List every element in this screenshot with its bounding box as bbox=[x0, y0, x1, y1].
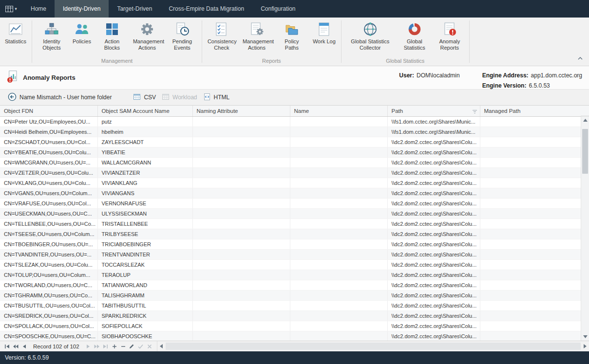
cell-naming[interactable] bbox=[192, 259, 290, 270]
cell-fdn[interactable]: CN=TVANDINTER,OU=users,OU=... bbox=[0, 249, 97, 259]
cell-naming[interactable] bbox=[192, 157, 290, 167]
table-row[interactable]: CN=TGHRAMM,OU=users,OU=Co...TALISHGHRAMM… bbox=[0, 290, 581, 300]
cell-fdn[interactable]: CN=TSEESE,OU=users,OU=Colum... bbox=[0, 229, 97, 239]
cell-path[interactable]: \\dc2.dom2.cctec.org\Shares\Colu... bbox=[387, 229, 480, 239]
cancel-edit-button[interactable] bbox=[145, 343, 154, 350]
cell-name[interactable] bbox=[290, 259, 387, 270]
cell-sam[interactable]: TERAOLUP bbox=[97, 270, 192, 280]
cell-managed[interactable] bbox=[480, 157, 581, 167]
table-row[interactable]: CN=SREDRICK,OU=users,OU=Col...SPARKLREDR… bbox=[0, 310, 581, 321]
cell-managed[interactable] bbox=[480, 147, 581, 157]
table-row[interactable]: CN=SPOOSCHKE,OU=users,OU=C...SIOBHAPOOSC… bbox=[0, 331, 581, 341]
cell-naming[interactable] bbox=[192, 229, 290, 239]
cell-sam[interactable]: hbelheim bbox=[97, 127, 192, 137]
column-header-name[interactable]: Name bbox=[290, 106, 387, 116]
cell-managed[interactable] bbox=[480, 310, 581, 321]
column-header-object-fdn[interactable]: Object FDN bbox=[0, 106, 97, 116]
cell-managed[interactable] bbox=[480, 249, 581, 259]
ribbon-button-work-log[interactable]: Work Log bbox=[309, 18, 339, 46]
scroll-left-button[interactable] bbox=[157, 341, 166, 351]
cell-path[interactable]: \\dc2.dom2.cctec.org\Shares\Colu... bbox=[387, 321, 480, 331]
cell-fdn[interactable]: CN=TOLUP,OU=users,OU=Colum... bbox=[0, 270, 97, 280]
cell-fdn[interactable]: CN=SPOOSCHKE,OU=users,OU=C... bbox=[0, 331, 97, 341]
cell-fdn[interactable]: CN=TSLEZAK,OU=users,OU=Colu... bbox=[0, 259, 97, 270]
table-row[interactable]: CN=Heidi Belheim,OU=Employees...hbelheim… bbox=[0, 127, 581, 137]
cell-name[interactable] bbox=[290, 147, 387, 157]
filter-icon[interactable] bbox=[472, 109, 477, 115]
cell-name[interactable] bbox=[290, 116, 387, 127]
cell-fdn[interactable]: CN=YBEATIE,OU=users,OU=Colu... bbox=[0, 147, 97, 157]
cell-managed[interactable] bbox=[480, 280, 581, 290]
cell-path[interactable]: \\fs1.dom.cctec.org\Shares\Munic... bbox=[387, 116, 480, 127]
export-workload-button[interactable]: Workload bbox=[159, 91, 200, 104]
column-header-object-sam-account-name[interactable]: Object SAM Account Name bbox=[97, 106, 192, 116]
cell-fdn[interactable]: CN=ZSCHADT,OU=users,OU=Col... bbox=[0, 137, 97, 147]
ribbon-button-policy-paths[interactable]: Policy Paths bbox=[274, 18, 309, 52]
cell-naming[interactable] bbox=[192, 208, 290, 218]
ribbon-button-pending-events[interactable]: Pending Events bbox=[165, 18, 200, 52]
ribbon-collapse-button[interactable] bbox=[576, 55, 584, 62]
last-record-button[interactable] bbox=[101, 343, 110, 350]
cell-fdn[interactable]: CN=WMCGRANN,OU=users,OU=... bbox=[0, 157, 97, 167]
cell-name[interactable] bbox=[290, 127, 387, 137]
cell-path[interactable]: \\dc2.dom2.cctec.org\Shares\Colu... bbox=[387, 188, 480, 198]
vertical-scroll-track[interactable] bbox=[581, 124, 589, 333]
vertical-scroll-thumb[interactable] bbox=[582, 129, 588, 174]
horizontal-scroll-track[interactable] bbox=[166, 341, 581, 351]
cell-naming[interactable] bbox=[192, 178, 290, 188]
tab-configuration[interactable]: Configuration bbox=[252, 0, 304, 18]
cell-sam[interactable]: TRISTAELLENBEE bbox=[97, 218, 192, 229]
cell-fdn[interactable]: CN=Heidi Belheim,OU=Employees... bbox=[0, 127, 97, 137]
cell-path[interactable]: \\dc2.dom2.cctec.org\Shares\Colu... bbox=[387, 239, 480, 249]
cell-path[interactable]: \\dc2.dom2.cctec.org\Shares\Colu... bbox=[387, 270, 480, 280]
table-row[interactable]: CN=TOLUP,OU=users,OU=Colum...TERAOLUP\\d… bbox=[0, 270, 581, 280]
cell-naming[interactable] bbox=[192, 116, 290, 127]
cell-fdn[interactable]: CN=VZETZER,OU=users,OU=Colu... bbox=[0, 167, 97, 178]
cell-managed[interactable] bbox=[480, 188, 581, 198]
table-row[interactable]: CN=WMCGRANN,OU=users,OU=...WALLACMCGRANN… bbox=[0, 157, 581, 167]
back-button[interactable]: Name Mismatch - User home folder bbox=[5, 91, 129, 105]
cell-sam[interactable]: putz bbox=[97, 116, 192, 127]
table-row[interactable]: CN=SPOLLACK,OU=users,OU=Col...SOFIEPOLLA… bbox=[0, 321, 581, 331]
cell-managed[interactable] bbox=[480, 137, 581, 147]
cell-naming[interactable] bbox=[192, 137, 290, 147]
horizontal-scrollbar[interactable] bbox=[157, 341, 589, 351]
cell-path[interactable]: \\dc2.dom2.cctec.org\Shares\Colu... bbox=[387, 300, 480, 310]
cell-path[interactable]: \\dc2.dom2.cctec.org\Shares\Colu... bbox=[387, 290, 480, 300]
cell-naming[interactable] bbox=[192, 147, 290, 157]
delete-record-button[interactable] bbox=[119, 343, 128, 350]
cell-name[interactable] bbox=[290, 157, 387, 167]
ribbon-button-anomaly-reports[interactable]: Anomaly Reports bbox=[432, 18, 467, 52]
cell-name[interactable] bbox=[290, 218, 387, 229]
cell-sam[interactable]: TRENTVANDINTER bbox=[97, 249, 192, 259]
table-row[interactable]: CN=TWORLAND,OU=users,OU=C...TATIANWORLAN… bbox=[0, 280, 581, 290]
cell-managed[interactable] bbox=[480, 321, 581, 331]
cell-naming[interactable] bbox=[192, 270, 290, 280]
cell-name[interactable] bbox=[290, 249, 387, 259]
cell-name[interactable] bbox=[290, 310, 387, 321]
append-record-button[interactable] bbox=[110, 343, 119, 350]
cell-fdn[interactable]: CN=TWORLAND,OU=users,OU=C... bbox=[0, 280, 97, 290]
column-header-path[interactable]: Path bbox=[387, 106, 480, 116]
scroll-down-button[interactable] bbox=[581, 333, 589, 341]
cell-naming[interactable] bbox=[192, 290, 290, 300]
cell-path[interactable]: \\fs1.dom.cctec.org\Shares\Munic... bbox=[387, 127, 480, 137]
ribbon-button-statistics[interactable]: Statistics bbox=[1, 18, 30, 46]
tab-identity-driven[interactable]: Identity-Driven bbox=[55, 0, 109, 18]
ribbon-button-global-statistics[interactable]: Global Statistics bbox=[397, 18, 432, 52]
cell-managed[interactable] bbox=[480, 331, 581, 341]
table-row[interactable]: CN=VRAFUSE,OU=users,OU=Col...VERNONRAFUS… bbox=[0, 198, 581, 208]
cell-managed[interactable] bbox=[480, 208, 581, 218]
vertical-scrollbar[interactable] bbox=[581, 116, 589, 341]
cell-sam[interactable]: VIVIANKLANG bbox=[97, 178, 192, 188]
cell-fdn[interactable]: CN=TBUSUTTIL,OU=users,OU=Col... bbox=[0, 300, 97, 310]
cell-name[interactable] bbox=[290, 178, 387, 188]
cell-sam[interactable]: VIVIANGANS bbox=[97, 188, 192, 198]
cell-path[interactable]: \\dc2.dom2.cctec.org\Shares\Colu... bbox=[387, 249, 480, 259]
cell-sam[interactable]: TATIANWORLAND bbox=[97, 280, 192, 290]
cell-managed[interactable] bbox=[480, 167, 581, 178]
cell-path[interactable]: \\dc2.dom2.cctec.org\Shares\Colu... bbox=[387, 167, 480, 178]
cell-managed[interactable] bbox=[480, 270, 581, 280]
cell-sam[interactable]: TABITHBUSUTTIL bbox=[97, 300, 192, 310]
cell-path[interactable]: \\dc2.dom2.cctec.org\Shares\Colu... bbox=[387, 147, 480, 157]
